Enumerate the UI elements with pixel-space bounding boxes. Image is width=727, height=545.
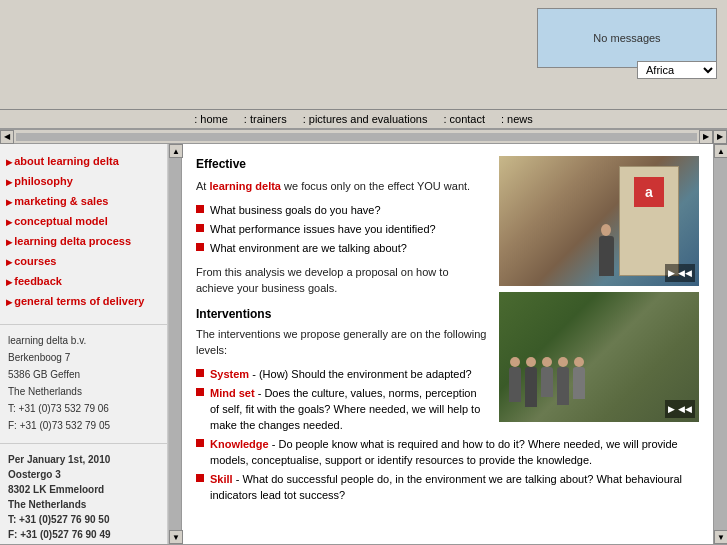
int-sq-2 — [196, 388, 204, 396]
postal1: 5386 GB Geffen — [8, 367, 159, 382]
address2-fax: F: +31 (0)527 76 90 49 — [8, 527, 159, 542]
content-right-scroll: ▲ ▼ — [713, 144, 727, 544]
intervention-2: Mind set - Does the culture, values, nor… — [196, 385, 487, 433]
sidebar-item-marketing[interactable]: marketing & sales — [6, 192, 161, 212]
effective-title: Effective — [196, 157, 246, 171]
person-2d — [557, 367, 569, 405]
bullet-2: What performance issues have you identif… — [196, 221, 487, 237]
sidebar-item-feedback[interactable]: feedback — [6, 272, 161, 292]
content-images: a ▶ ◀◀ ▶ ◀◀ — [499, 156, 699, 428]
main-area: about learning delta philosophy marketin… — [0, 144, 727, 544]
h-scroll-row: ◀ ▶ ▶ — [0, 130, 727, 144]
interventions-title: Interventions — [196, 307, 271, 321]
content-scroll-track[interactable] — [714, 158, 727, 530]
sidebar-item-about[interactable]: about learning delta — [6, 152, 161, 172]
int-bold-1: System — [210, 368, 249, 380]
int-sq-3 — [196, 439, 204, 447]
bullet-3: What environment are we talking about? — [196, 240, 487, 256]
nav-news[interactable]: : news — [493, 113, 541, 125]
address2-date: Per January 1st, 2010 — [8, 452, 159, 467]
messages-box: No messages — [537, 8, 717, 68]
intervention-4: Skill - What do successful people do, in… — [196, 471, 699, 503]
scroll-right-btn[interactable]: ▶ — [699, 130, 713, 144]
brand-name: learning delta — [209, 180, 281, 192]
scroll-right-outer[interactable]: ▶ — [713, 130, 727, 144]
img1-overlay: ▶ ◀◀ — [665, 264, 695, 282]
nav-pictures[interactable]: : pictures and evaluations — [295, 113, 436, 125]
nav-trainers[interactable]: : trainers — [236, 113, 295, 125]
region-select[interactable]: Africa — [637, 61, 717, 79]
content-scroll-up[interactable]: ▲ — [714, 144, 727, 158]
sidebar-item-philosophy[interactable]: philosophy — [6, 172, 161, 192]
africa-select-row: Africa — [637, 61, 717, 79]
img2-overlay: ▶ ◀◀ — [665, 400, 695, 418]
sidebar-item-terms[interactable]: general terms of delivery — [6, 292, 161, 312]
int-text-1: System - (How) Should the environment be… — [210, 366, 472, 382]
address2-email-row: E: info@learningdelta.com — [8, 542, 159, 544]
people-group — [509, 367, 585, 407]
person-silhouette — [599, 236, 614, 276]
fax1: F: +31 (0)73 532 79 05 — [8, 418, 159, 433]
address2-street: Oostergo 3 — [8, 467, 159, 482]
nav-bar: : home : trainers : pictures and evaluat… — [0, 110, 727, 130]
nav-contact[interactable]: : contact — [435, 113, 493, 125]
street1: Berkenboog 7 — [8, 350, 159, 365]
content-scroll-down[interactable]: ▼ — [714, 530, 727, 544]
person-2c — [541, 367, 553, 397]
sidebar-item-process[interactable]: learning delta process — [6, 232, 161, 252]
image-people: ▶ ◀◀ — [499, 292, 699, 422]
int-text-4: Skill - What do successful people do, in… — [210, 471, 699, 503]
company-name: learning delta b.v. — [8, 333, 159, 348]
person-2a — [509, 367, 521, 402]
scroll-track[interactable] — [16, 133, 697, 141]
address2-country: The Netherlands — [8, 497, 159, 512]
int-bold-2: Mind set — [210, 387, 255, 399]
content-area: a ▶ ◀◀ ▶ ◀◀ Ef — [182, 144, 713, 544]
person-2b — [525, 367, 537, 407]
messages-text: No messages — [593, 32, 660, 44]
sidebar-nav: about learning delta philosophy marketin… — [0, 144, 167, 320]
sidebar-address1: learning delta b.v. Berkenboog 7 5386 GB… — [0, 324, 167, 443]
sidebar-scroll-up[interactable]: ▲ — [169, 144, 183, 158]
top-bar: No messages Africa — [0, 0, 727, 110]
sidebar: about learning delta philosophy marketin… — [0, 144, 168, 544]
bullet-text-2: What performance issues have you identif… — [210, 221, 436, 237]
bullet-sq-2 — [196, 224, 204, 232]
int-sq-1 — [196, 369, 204, 377]
analysis-text: From this analysis we develop a proposal… — [196, 266, 449, 294]
int-text-3: Knowledge - Do people know what is requi… — [210, 436, 699, 468]
person-2e — [573, 367, 585, 399]
sidebar-item-courses[interactable]: courses — [6, 252, 161, 272]
scroll-left-btn[interactable]: ◀ — [0, 130, 14, 144]
bullet-sq-3 — [196, 243, 204, 251]
int-bold-4: Skill — [210, 473, 233, 485]
int-bold-3: Knowledge — [210, 438, 269, 450]
building-logo: a — [634, 177, 664, 207]
sidebar-right-scroll: ▲ ▼ — [168, 144, 182, 544]
bullet-sq-1 — [196, 205, 204, 213]
building-shape: a — [619, 166, 679, 276]
image-building: a ▶ ◀◀ — [499, 156, 699, 286]
bullet-text-3: What environment are we talking about? — [210, 240, 407, 256]
intervention-1: System - (How) Should the environment be… — [196, 366, 487, 382]
intro-text2: we focus only on the effect YOU want. — [281, 180, 470, 192]
int-text-2: Mind set - Does the culture, values, nor… — [210, 385, 487, 433]
tel1: T: +31 (0)73 532 79 06 — [8, 401, 159, 416]
bullet-text-1: What business goals do you have? — [210, 202, 381, 218]
sidebar-scroll-track[interactable] — [169, 158, 181, 530]
sidebar-item-conceptual[interactable]: conceptual model — [6, 212, 161, 232]
bullet-1: What business goals do you have? — [196, 202, 487, 218]
sidebar-address2: Per January 1st, 2010 Oostergo 3 8302 LK… — [0, 443, 167, 544]
address2-postal: 8302 LK Emmeloord — [8, 482, 159, 497]
nav-home[interactable]: : home — [186, 113, 236, 125]
address2-tel: T: +31 (0)527 76 90 50 — [8, 512, 159, 527]
sidebar-scroll-down[interactable]: ▼ — [169, 530, 183, 544]
country1: The Netherlands — [8, 384, 159, 399]
int-sq-4 — [196, 474, 204, 482]
intervention-3: Knowledge - Do people know what is requi… — [196, 436, 699, 468]
intro-text: At — [196, 180, 209, 192]
